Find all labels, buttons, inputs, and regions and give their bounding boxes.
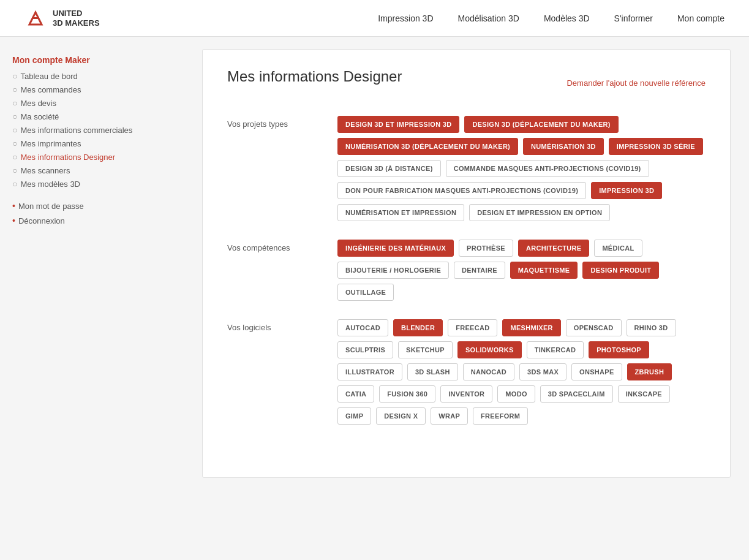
section-competences: Vos compétences INGÉNIERIE DES MATÉRIAUX… — [227, 240, 706, 301]
main-nav: Impression 3D Modélisation 3D Modèles 3D… — [378, 13, 725, 23]
tag-outillage[interactable]: OUTILLAGE — [337, 284, 394, 301]
tag-impression3d-serie[interactable]: IMPRESSION 3D SÉRIE — [609, 138, 703, 155]
tag-modo[interactable]: MODO — [497, 385, 535, 403]
section-projets-types: Vos projets types DESIGN 3D ET IMPRESSIO… — [227, 116, 706, 221]
tag-medical[interactable]: MÉDICAL — [594, 240, 642, 257]
tags-competences: INGÉNIERIE DES MATÉRIAUX PROTHÈSE ARCHIT… — [337, 240, 706, 301]
tag-tinkercad[interactable]: TINKERCAD — [527, 341, 584, 358]
tag-meshmixer[interactable]: MESHMIXER — [502, 319, 560, 336]
tag-design-produit[interactable]: DESIGN PRODUIT — [582, 262, 659, 279]
section-label-logiciels: Vos logiciels — [227, 319, 319, 425]
tag-sculptris[interactable]: SCULPTRIS — [337, 341, 393, 358]
page-title: Mes informations Designer — [227, 68, 402, 85]
logo[interactable]: UNITED 3D MAKERS — [24, 7, 100, 29]
title-row: Mes informations Designer Demander l'ajo… — [227, 68, 706, 97]
tag-zbrush[interactable]: ZBRUSH — [627, 363, 672, 380]
tag-numerisation3d[interactable]: NUMÉRISATION 3D — [523, 138, 604, 155]
tag-catia[interactable]: CATIA — [337, 385, 374, 403]
tag-sketchup[interactable]: SKETCHUP — [398, 341, 453, 358]
sidebar-item-infos-commerciales[interactable]: ○Mes informations commerciales — [12, 125, 171, 135]
sidebar-item-imprimantes[interactable]: ○Mes imprimantes — [12, 138, 171, 148]
tag-bijouterie-horlogerie[interactable]: BIJOUTERIE / HORLOGERIE — [337, 262, 449, 279]
sidebar-item-modeles-3d[interactable]: ○Mes modèles 3D — [12, 179, 171, 189]
tag-numerisation-impression[interactable]: NUMÉRISATION ET IMPRESSION — [337, 204, 464, 221]
tag-design3d-impression3d[interactable]: DESIGN 3D ET IMPRESSION 3D — [337, 116, 459, 133]
tag-maquettisme[interactable]: MAQUETTISME — [510, 262, 578, 279]
sidebar-item-devis[interactable]: ○Mes devis — [12, 98, 171, 108]
tag-3dsmax[interactable]: 3DS MAX — [519, 363, 566, 380]
section-label-competences: Vos compétences — [227, 240, 319, 301]
tag-designx[interactable]: DESIGN X — [376, 407, 426, 425]
tag-wrap[interactable]: WRAP — [431, 407, 468, 425]
sidebar-item-commandes[interactable]: ○Mes commandes — [12, 85, 171, 94]
tag-gimp[interactable]: GIMP — [337, 407, 371, 425]
sidebar-item-scanners[interactable]: ○Mes scanners — [12, 165, 171, 175]
tag-numerisation3d-deplacement[interactable]: NUMÉRISATION 3D (DÉPLACEMENT DU MAKER) — [337, 138, 518, 155]
tag-design-impression-option[interactable]: DESIGN ET IMPRESSION EN OPTION — [469, 204, 610, 221]
tag-illustrator[interactable]: ILLUSTRATOR — [337, 363, 402, 380]
logo-icon — [24, 7, 47, 29]
logo-text: UNITED 3D MAKERS — [53, 9, 100, 28]
content-card: Mes informations Designer Demander l'ajo… — [202, 49, 731, 478]
tag-solidworks[interactable]: SOLIDWORKS — [457, 341, 522, 358]
tag-dentaire[interactable]: DENTAIRE — [454, 262, 505, 279]
nav-mon-compte[interactable]: Mon compte — [677, 13, 725, 23]
section-logiciels: Vos logiciels AUTOCAD BLENDER FREECAD ME… — [227, 319, 706, 425]
tag-masques-covid-don[interactable]: DON POUR FABRICATION MASQUES ANTI-PROJEC… — [337, 182, 586, 199]
tag-nanocad[interactable]: NANOCAD — [463, 363, 514, 380]
sidebar-item-deconnexion[interactable]: •Déconnexion — [12, 216, 171, 225]
sidebar: Mon compte Maker ○Tableau de bord ○Mes c… — [0, 37, 184, 560]
sidebar-item-infos-designer[interactable]: ○Mes informations Designer — [12, 152, 171, 162]
section-label-projets: Vos projets types — [227, 116, 319, 221]
tag-blender[interactable]: BLENDER — [393, 319, 443, 336]
nav-modelisation-3d[interactable]: Modélisation 3D — [458, 13, 519, 23]
tags-logiciels: AUTOCAD BLENDER FREECAD MESHMIXER OPENSC… — [337, 319, 706, 425]
tags-projets: DESIGN 3D ET IMPRESSION 3D DESIGN 3D (DÉ… — [337, 116, 706, 221]
tag-masques-covid-commande[interactable]: COMMANDE MASQUES ANTI-PROJECTIONS (COVID… — [446, 160, 649, 177]
main-content: Mes informations Designer Demander l'ajo… — [184, 37, 749, 560]
tag-freeform[interactable]: FREEFORM — [473, 407, 528, 425]
tag-photoshop[interactable]: PHOTOSHOP — [589, 341, 649, 358]
tag-ingenierie-materiaux[interactable]: INGÉNIERIE DES MATÉRIAUX — [337, 240, 454, 257]
nav-modeles-3d[interactable]: Modèles 3D — [544, 13, 590, 23]
tag-autocad[interactable]: AUTOCAD — [337, 319, 388, 336]
nav-sinformer[interactable]: S'informer — [614, 13, 653, 23]
nav-impression-3d[interactable]: Impression 3D — [378, 13, 433, 23]
tag-onshape[interactable]: ONSHAPE — [571, 363, 622, 380]
sidebar-item-societe[interactable]: ○Ma société — [12, 112, 171, 121]
add-reference-link[interactable]: Demander l'ajout de nouvelle référence — [566, 78, 706, 88]
tag-fusion360[interactable]: FUSION 360 — [379, 385, 435, 403]
tag-inkscape[interactable]: INKSCAPE — [618, 385, 670, 403]
tag-inventor[interactable]: INVENTOR — [440, 385, 492, 403]
tag-freecad[interactable]: FREECAD — [448, 319, 497, 336]
tag-3dslash[interactable]: 3D SLASH — [407, 363, 458, 380]
page-layout: Mon compte Maker ○Tableau de bord ○Mes c… — [0, 37, 749, 560]
tag-architecture[interactable]: ARCHITECTURE — [518, 240, 589, 257]
sidebar-section-title: Mon compte Maker — [12, 55, 171, 65]
tag-rhino3d[interactable]: RHINO 3D — [627, 319, 676, 336]
svg-rect-2 — [32, 17, 39, 19]
tag-prothese[interactable]: PROTHÈSE — [459, 240, 513, 257]
sidebar-sub-items: ○Tableau de bord ○Mes commandes ○Mes dev… — [12, 71, 171, 189]
tag-impression3d[interactable]: IMPRESSION 3D — [591, 182, 662, 199]
tag-openscad[interactable]: OPENSCAD — [566, 319, 622, 336]
header: UNITED 3D MAKERS Impression 3D Modélisat… — [0, 0, 749, 37]
sidebar-item-tableau[interactable]: ○Tableau de bord — [12, 71, 171, 81]
tag-3dspaceclaim[interactable]: 3D SPACECLAIM — [540, 385, 613, 403]
tag-design3d-distance[interactable]: DESIGN 3D (À DISTANCE) — [337, 160, 441, 177]
tag-design3d-deplacement[interactable]: DESIGN 3D (DÉPLACEMENT DU MAKER) — [464, 116, 618, 133]
sidebar-item-mot-de-passe[interactable]: •Mon mot de passe — [12, 201, 171, 211]
